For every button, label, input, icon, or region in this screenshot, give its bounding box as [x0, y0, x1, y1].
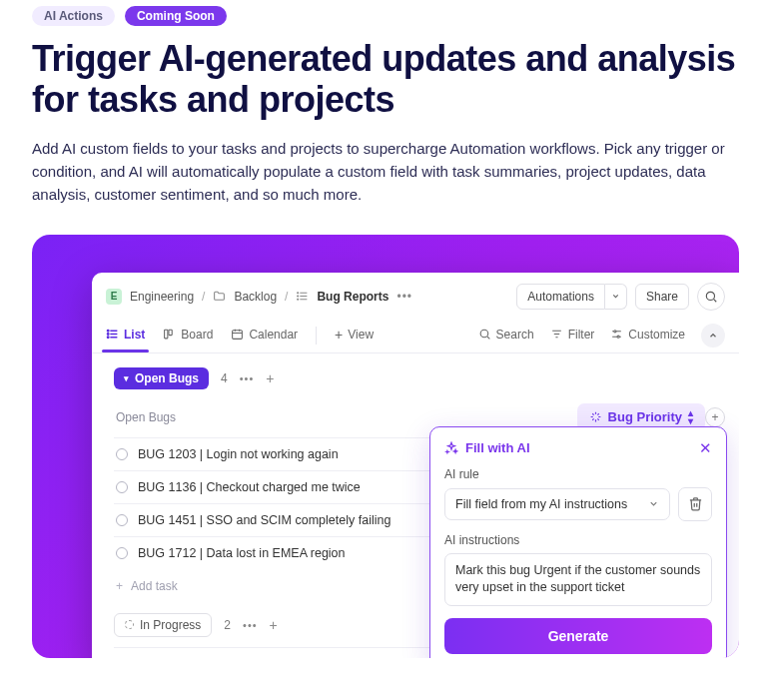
topbar: E Engineering / Backlog / Bug Reports ••… [92, 273, 739, 319]
group-count: 2 [224, 618, 231, 632]
add-view-label: View [348, 328, 374, 342]
search-icon-button[interactable] [697, 283, 725, 311]
group-chip-in-progress[interactable]: In Progress [114, 613, 212, 637]
customize-label: Customize [628, 328, 685, 342]
view-tabs: List Board Calendar + View [92, 319, 739, 353]
popover-title: Fill with AI [444, 440, 530, 455]
svg-point-28 [617, 336, 619, 338]
tab-list[interactable]: List [106, 320, 145, 351]
filter-toolbar[interactable]: Filter [550, 320, 595, 351]
svg-point-11 [107, 330, 109, 332]
badge-coming-soon: Coming Soon [125, 6, 227, 26]
customize-toolbar[interactable]: Customize [610, 320, 685, 351]
status-circle-icon[interactable] [116, 514, 128, 526]
ai-rule-label: AI rule [444, 467, 712, 481]
ai-instructions-label: AI instructions [444, 533, 712, 547]
svg-point-3 [298, 293, 299, 294]
folder-icon [213, 290, 226, 303]
group-add-icon[interactable]: + [266, 370, 274, 386]
tab-board-label: Board [181, 328, 213, 342]
breadcrumb-separator: / [202, 290, 205, 304]
svg-point-26 [614, 331, 616, 333]
add-task-label: Add task [131, 579, 178, 593]
svg-point-20 [480, 330, 488, 338]
generate-button[interactable]: Generate [444, 618, 712, 654]
chevron-down-icon: ▾ [124, 373, 129, 383]
screenshot-frame: E Engineering / Backlog / Bug Reports ••… [32, 235, 739, 658]
group-chip-open-bugs[interactable]: ▾ Open Bugs [114, 367, 209, 389]
search-label: Search [496, 328, 534, 342]
search-toolbar[interactable]: Search [478, 320, 534, 351]
ai-rule-select[interactable]: Fill field from my AI instructions [444, 488, 670, 520]
trash-icon [688, 496, 703, 511]
automations-split-button[interactable]: Automations [516, 284, 627, 310]
task-title: BUG 1203 | Login not working again [138, 447, 339, 461]
page-headline: Trigger AI-generated updates and analysi… [32, 38, 739, 121]
badge-row: AI Actions Coming Soon [32, 6, 739, 26]
tab-divider [316, 327, 317, 345]
svg-point-6 [706, 292, 714, 300]
ai-instructions-input[interactable]: Mark this bug Urgent if the customer sou… [444, 553, 712, 606]
svg-line-7 [714, 299, 717, 302]
breadcrumb-more-icon[interactable]: ••• [396, 290, 412, 304]
sort-icon: ▴▾ [688, 409, 693, 425]
app-window: E Engineering / Backlog / Bug Reports ••… [92, 273, 739, 658]
breadcrumb-list[interactable]: Bug Reports [317, 290, 388, 304]
group-chip-label: Open Bugs [135, 371, 199, 385]
badge-ai-actions: AI Actions [32, 6, 115, 26]
list-icon [296, 290, 309, 303]
fill-with-ai-popover: Fill with AI ✕ AI rule Fill field from m… [429, 426, 727, 658]
group-add-icon[interactable]: + [270, 617, 278, 633]
plus-icon: + [116, 579, 123, 593]
svg-point-12 [107, 334, 109, 336]
group-more-icon[interactable]: ••• [240, 372, 255, 384]
svg-point-5 [298, 299, 299, 300]
status-circle-icon[interactable] [116, 547, 128, 559]
svg-rect-14 [165, 330, 168, 339]
svg-rect-16 [233, 331, 243, 340]
tab-list-label: List [124, 328, 145, 342]
svg-point-13 [107, 337, 109, 339]
svg-rect-15 [169, 330, 172, 335]
group-header-open-bugs: ▾ Open Bugs 4 ••• + [114, 367, 725, 389]
sparkle-icon [444, 441, 458, 455]
column-bug-priority-label: Bug Priority [608, 409, 682, 424]
sparkle-icon [589, 410, 602, 423]
task-title: BUG 1712 | Data lost in EMEA region [138, 546, 346, 560]
tab-board[interactable]: Board [163, 320, 213, 351]
popover-title-text: Fill with AI [465, 440, 530, 455]
group-chip-label: In Progress [140, 618, 201, 632]
ai-rule-value: Fill field from my AI instructions [455, 497, 627, 511]
group-count: 4 [221, 371, 228, 385]
group-more-icon[interactable]: ••• [243, 619, 258, 631]
task-title: BUG 1136 | Checkout charged me twice [138, 480, 361, 494]
space-avatar[interactable]: E [106, 289, 122, 305]
filter-label: Filter [568, 328, 595, 342]
collapse-toolbar-button[interactable] [701, 324, 725, 348]
automations-button[interactable]: Automations [516, 284, 605, 310]
share-button[interactable]: Share [635, 284, 689, 310]
add-column-button[interactable]: + [705, 407, 725, 427]
status-circle-icon[interactable] [116, 481, 128, 493]
add-view-button[interactable]: + View [335, 319, 374, 352]
delete-rule-button[interactable] [678, 487, 712, 521]
automations-caret[interactable] [605, 284, 627, 310]
breadcrumb: E Engineering / Backlog / Bug Reports ••… [106, 289, 412, 305]
page-subtext: Add AI custom fields to your tasks and p… [32, 137, 731, 207]
svg-line-21 [487, 337, 489, 339]
status-circle-icon[interactable] [116, 448, 128, 460]
svg-point-4 [298, 296, 299, 297]
topbar-actions: Automations Share [516, 283, 725, 311]
breadcrumb-folder[interactable]: Backlog [234, 290, 277, 304]
column-name-header[interactable]: Open Bugs [116, 410, 577, 424]
status-dashed-icon [125, 620, 134, 629]
breadcrumb-separator: / [285, 290, 288, 304]
tab-calendar-label: Calendar [249, 328, 298, 342]
task-title: BUG 1451 | SSO and SCIM completely faili… [138, 513, 390, 527]
tab-calendar[interactable]: Calendar [231, 320, 298, 351]
breadcrumb-space[interactable]: Engineering [130, 290, 194, 304]
chevron-down-icon [648, 498, 659, 509]
close-icon[interactable]: ✕ [699, 439, 712, 457]
